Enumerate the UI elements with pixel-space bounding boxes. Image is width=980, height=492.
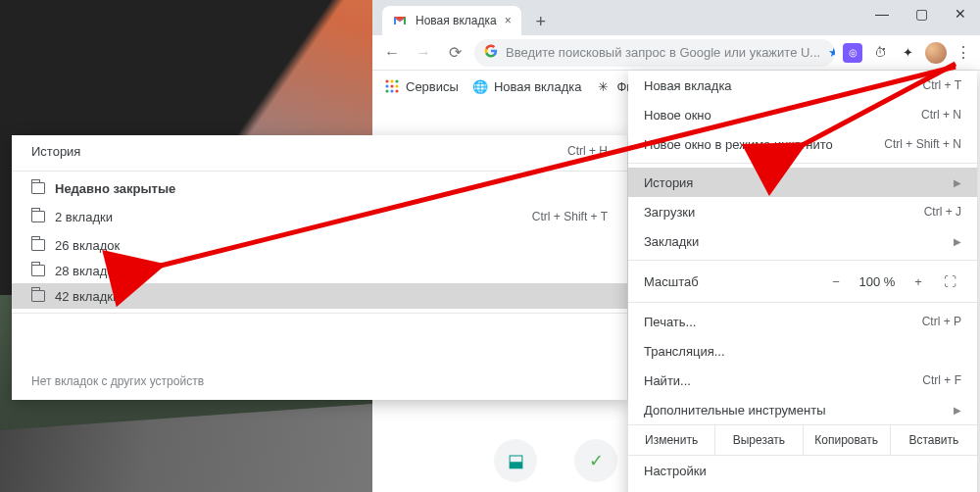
svg-rect-1: [404, 17, 406, 25]
history-recently-closed-header: Недавно закрытые: [12, 175, 627, 201]
fullscreen-icon[interactable]: ⛶: [938, 270, 961, 293]
menu-edit-cut[interactable]: Вырезать: [715, 425, 803, 455]
browser-tab[interactable]: Новая вкладка ×: [382, 6, 521, 35]
toolbar: ← → ⟳ Введите поисковый запрос в Google …: [372, 35, 980, 71]
profile-avatar[interactable]: [925, 42, 947, 64]
menu-cast[interactable]: Трансляция...: [628, 336, 977, 366]
svg-point-2: [385, 79, 388, 82]
chevron-right-icon: ▶: [954, 177, 961, 188]
history-submenu: История Ctrl + H Недавно закрытые 2 вкла…: [12, 135, 627, 400]
chrome-menu-button[interactable]: ⋮: [955, 41, 972, 65]
gmail-icon: [392, 13, 408, 28]
menu-bookmarks[interactable]: Закладки▶: [628, 226, 977, 256]
omnibox-placeholder: Введите поисковый запрос в Google или ук…: [506, 45, 820, 60]
shortcut-tile[interactable]: ✓: [574, 439, 617, 482]
menu-print[interactable]: Печать...Ctrl + P: [628, 307, 977, 336]
folder-icon: [31, 239, 45, 251]
svg-point-3: [390, 79, 393, 82]
svg-point-4: [395, 79, 398, 82]
menu-edit-paste[interactable]: Вставить: [891, 425, 977, 455]
menu-edit-copy[interactable]: Копировать: [804, 425, 891, 455]
folder-icon: [31, 265, 45, 276]
bookmark-label: Новая вкладка: [494, 79, 582, 94]
svg-point-6: [390, 84, 393, 87]
back-button[interactable]: ←: [380, 41, 404, 65]
svg-rect-0: [394, 17, 396, 25]
close-button[interactable]: ✕: [941, 0, 980, 27]
menu-history[interactable]: История▶: [628, 168, 977, 197]
reload-button[interactable]: ⟳: [443, 41, 466, 65]
menu-downloads[interactable]: ЗагрузкиCtrl + J: [628, 197, 977, 226]
menu-find[interactable]: Найти...Ctrl + F: [628, 366, 977, 395]
history-open[interactable]: История Ctrl + H: [12, 135, 627, 167]
new-tab-button[interactable]: +: [527, 8, 555, 35]
chevron-right-icon: ▶: [954, 236, 961, 247]
menu-settings[interactable]: Настройки: [628, 456, 977, 485]
svg-point-5: [385, 84, 388, 87]
menu-more-tools[interactable]: Дополнительные инструменты▶: [628, 395, 977, 424]
svg-point-9: [390, 89, 393, 92]
film-icon: ✳: [595, 78, 611, 94]
menu-edit-row: Изменить Вырезать Копировать Вставить: [628, 424, 977, 456]
maximize-button[interactable]: ▢: [902, 0, 941, 27]
history-item[interactable]: 28 вкладок: [12, 258, 627, 283]
apps-grid-icon: [384, 78, 400, 94]
zoom-out-button[interactable]: −: [824, 270, 848, 293]
shortcut-tile[interactable]: ⬓: [494, 439, 537, 482]
menu-incognito[interactable]: Новое окно в режиме инкогнитоCtrl + Shif…: [628, 129, 977, 159]
tab-title: Новая вкладка: [416, 14, 497, 27]
menu-new-window[interactable]: Новое окноCtrl + N: [628, 100, 977, 129]
folder-icon: [31, 182, 45, 194]
svg-point-7: [395, 84, 398, 87]
chrome-menu: Новая вкладкаCtrl + T Новое окноCtrl + N…: [628, 71, 977, 492]
extensions-puzzle-icon[interactable]: ✦: [898, 43, 917, 63]
menu-new-tab[interactable]: Новая вкладкаCtrl + T: [628, 71, 977, 100]
history-item[interactable]: 26 вкладок: [12, 232, 627, 258]
history-footer: Нет вкладок с других устройств: [12, 363, 627, 400]
extension-icon-1[interactable]: ◎: [843, 43, 862, 63]
minimize-button[interactable]: —: [862, 0, 902, 27]
window-controls: — ▢ ✕: [862, 0, 980, 27]
history-item[interactable]: 2 вкладки Ctrl + Shift + T: [12, 201, 627, 232]
history-item[interactable]: 42 вкладки: [12, 283, 627, 309]
chevron-right-icon: ▶: [954, 405, 961, 416]
bookmark-label: Сервисы: [406, 79, 459, 94]
forward-button[interactable]: →: [412, 41, 435, 65]
folder-icon: [31, 290, 45, 302]
menu-zoom: Масштаб − 100 % + ⛶: [628, 265, 977, 298]
bookmark-newtab[interactable]: 🌐 Новая вкладка: [472, 78, 582, 94]
bookmark-star-icon[interactable]: ★: [828, 45, 835, 60]
folder-icon: [31, 211, 45, 222]
menu-edit-label: Изменить: [628, 425, 715, 455]
globe-icon: 🌐: [472, 78, 488, 94]
zoom-value: 100 %: [856, 274, 899, 289]
omnibox[interactable]: Введите поисковый запрос в Google или ук…: [474, 39, 835, 67]
google-g-icon: [484, 44, 498, 61]
bookmark-apps[interactable]: Сервисы: [384, 78, 459, 94]
zoom-in-button[interactable]: +: [906, 270, 930, 293]
titlebar: Новая вкладка × + — ▢ ✕: [372, 0, 980, 35]
svg-point-10: [395, 89, 398, 92]
extension-icon-2[interactable]: ⏱: [870, 43, 890, 63]
close-tab-icon[interactable]: ×: [505, 14, 512, 27]
menu-help[interactable]: Справка▶: [628, 485, 977, 492]
svg-point-8: [385, 89, 388, 92]
